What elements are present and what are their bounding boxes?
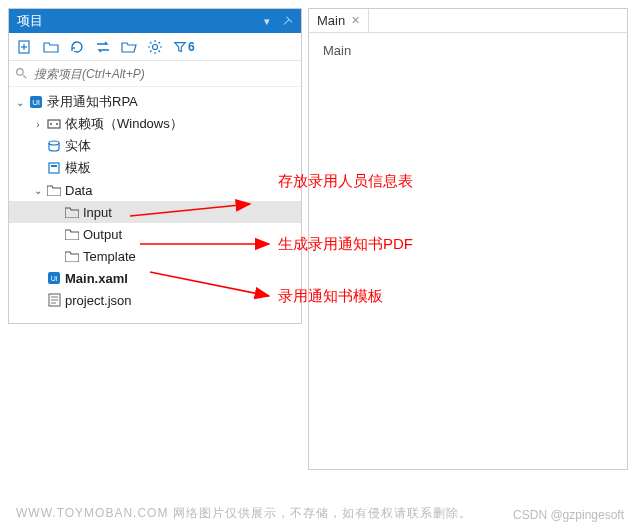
project-tree: ⌄ Ui 录用通知书RPA › 依赖项（Windows） › 实体 › <box>9 87 301 323</box>
svg-text:Ui: Ui <box>51 275 58 282</box>
tree-template[interactable]: › Template <box>9 245 301 267</box>
filter-icon[interactable]: 6 <box>173 39 195 55</box>
search-row <box>9 61 301 87</box>
tree-deps[interactable]: › 依赖项（Windows） <box>9 113 301 135</box>
folder-icon <box>63 229 81 240</box>
tree-entities[interactable]: › 实体 <box>9 135 301 157</box>
caret-down-icon[interactable]: ⌄ <box>31 185 45 196</box>
annotation-output: 生成录用通知书PDF <box>278 235 413 254</box>
footer-left: WWW.TOYMOBAN.COM 网络图片仅供展示，不存储，如有侵权请联系删除。 <box>16 505 472 522</box>
tree-label: 录用通知书RPA <box>45 93 138 111</box>
pin-icon[interactable]: ⊣ <box>277 15 297 28</box>
tree-label: Output <box>81 227 122 242</box>
tree-input[interactable]: › Input <box>9 201 301 223</box>
tree-root[interactable]: ⌄ Ui 录用通知书RPA <box>9 91 301 113</box>
tree-label: 实体 <box>63 137 91 155</box>
project-panel: 项目 ▾ ⊣ 6 <box>8 8 302 324</box>
svg-rect-13 <box>51 165 57 167</box>
editor-text: Main <box>323 43 351 58</box>
panel-header: 项目 ▾ ⊣ <box>9 9 301 33</box>
search-input[interactable] <box>32 66 295 82</box>
ui-project-icon: Ui <box>27 95 45 109</box>
open-folder-icon[interactable] <box>121 39 137 55</box>
close-icon[interactable]: ✕ <box>351 14 360 27</box>
svg-point-9 <box>50 123 52 125</box>
panel-title: 项目 <box>13 12 257 30</box>
refresh-icon[interactable] <box>69 39 85 55</box>
svg-point-10 <box>56 123 58 125</box>
svg-rect-12 <box>49 163 59 173</box>
tree-label: Main.xaml <box>63 271 128 286</box>
entity-icon <box>45 139 63 153</box>
search-icon <box>15 67 28 80</box>
caret-down-icon[interactable]: ⌄ <box>13 97 27 108</box>
template-icon <box>45 161 63 175</box>
tree-output[interactable]: › Output <box>9 223 301 245</box>
annotation-template: 录用通知书模板 <box>278 287 383 306</box>
svg-point-11 <box>49 141 59 145</box>
folder-icon <box>63 207 81 218</box>
tree-data[interactable]: ⌄ Data <box>9 179 301 201</box>
folder-icon <box>63 251 81 262</box>
svg-rect-8 <box>48 120 60 128</box>
settings-icon[interactable] <box>147 39 163 55</box>
svg-point-3 <box>153 44 158 49</box>
panel-toolbar: 6 <box>9 33 301 61</box>
svg-line-5 <box>23 75 26 78</box>
swap-icon[interactable] <box>95 39 111 55</box>
add-file-icon[interactable] <box>17 39 33 55</box>
dropdown-icon[interactable]: ▾ <box>257 15 277 28</box>
folder-icon <box>45 185 63 196</box>
svg-text:Ui: Ui <box>32 98 40 107</box>
json-icon <box>45 293 63 307</box>
tab-label: Main <box>317 13 345 28</box>
filter-count: 6 <box>188 40 195 54</box>
tree-label: 模板 <box>63 159 91 177</box>
tree-main-xaml[interactable]: › Ui Main.xaml <box>9 267 301 289</box>
svg-point-4 <box>17 69 24 76</box>
xaml-icon: Ui <box>45 271 63 285</box>
annotation-input: 存放录用人员信息表 <box>278 172 413 191</box>
deps-icon <box>45 117 63 131</box>
caret-right-icon[interactable]: › <box>31 119 45 130</box>
editor-body: Main <box>309 33 627 68</box>
tree-label: project.json <box>63 293 131 308</box>
tree-label: Template <box>81 249 136 264</box>
tree-project-json[interactable]: › project.json <box>9 289 301 311</box>
tree-label: Input <box>81 205 112 220</box>
add-folder-icon[interactable] <box>43 39 59 55</box>
footer-right: CSDN @gzpingesoft <box>513 508 624 522</box>
tree-label: Data <box>63 183 92 198</box>
tab-main[interactable]: Main ✕ <box>309 9 369 32</box>
tree-templates[interactable]: › 模板 <box>9 157 301 179</box>
editor-tabs: Main ✕ <box>309 9 627 33</box>
tree-label: 依赖项（Windows） <box>63 115 183 133</box>
